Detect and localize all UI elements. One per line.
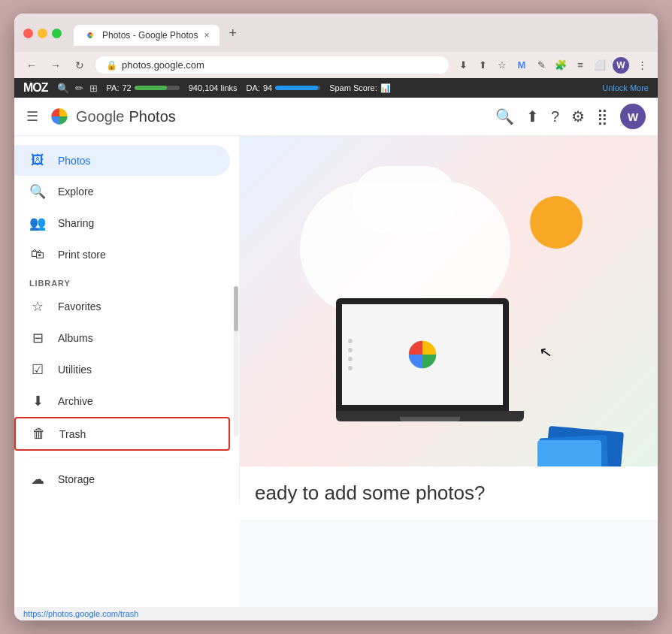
screen-dots (348, 339, 353, 370)
tab-close-button[interactable]: × (204, 30, 209, 41)
moz-unlock-button[interactable]: Unlock More (602, 83, 649, 92)
sidebar-label-favorites: Favorites (58, 300, 101, 312)
sidebar-item-storage[interactable]: ☁ Storage (14, 463, 230, 495)
hero-illustration: ↖ (240, 136, 658, 466)
screen-gp-logo (404, 336, 441, 373)
forward-button[interactable]: → (47, 59, 64, 71)
maximize-button[interactable] (52, 29, 62, 38)
moz-toolbar: MOZ 🔍 ✏ ⊞ PA: 72 940,104 links DA: 94 Sp… (14, 78, 658, 98)
sidebar-divider (29, 457, 224, 457)
moz-search-icon[interactable]: 🔍 (57, 83, 69, 94)
active-tab[interactable]: Photos - Google Photos × (74, 25, 219, 46)
albums-icon: ⊟ (29, 330, 46, 346)
list-icon[interactable]: ≡ (574, 59, 587, 72)
url-text: photos.google.com (122, 59, 438, 71)
moz-spam-stat: Spam Score: 📊 (329, 83, 391, 93)
sidebar-wrapper: 🖼 Photos 🔍 Explore 👥 Sharing 🛍 Print sto… (14, 136, 240, 607)
moz-pa-value: 72 (122, 83, 131, 92)
edit-icon[interactable]: ✎ (534, 59, 548, 72)
moz-pa-label: PA: (107, 83, 120, 92)
apps-icon[interactable]: ⣿ (597, 107, 608, 125)
share-icon[interactable]: ⬆ (476, 59, 489, 72)
status-url: https://photos.google.com/trash (23, 609, 138, 618)
moz-pa-bar (135, 86, 180, 90)
main-layout: 🖼 Photos 🔍 Explore 👥 Sharing 🛍 Print sto… (14, 136, 658, 607)
ready-text: eady to add some photos? (255, 482, 643, 505)
moz-pa-bar-fill (135, 86, 167, 90)
reload-button[interactable]: ↻ (71, 59, 88, 71)
lock-icon: 🔒 (106, 60, 117, 71)
cloud-main (300, 181, 510, 316)
moz-da-value: 94 (263, 83, 272, 92)
more-button[interactable]: ⋮ (635, 59, 649, 72)
address-bar: ← → ↻ 🔒 photos.google.com ⬇ ⬆ ☆ M ✎ 🧩 ≡ … (14, 52, 658, 78)
moz-spam-bars: 📊 (380, 83, 391, 93)
moz-da-bar-fill (275, 86, 317, 90)
print-store-icon: 🛍 (29, 246, 46, 262)
moz-links-label: 940,104 links (189, 83, 238, 92)
google-text: Google (76, 108, 125, 125)
sidebar-label-storage: Storage (58, 473, 95, 485)
tab-icon[interactable]: ⬜ (593, 59, 607, 72)
url-bar[interactable]: 🔒 photos.google.com (95, 56, 449, 74)
library-section-header: LIBRARY (14, 270, 239, 291)
new-tab-button[interactable]: + (221, 21, 244, 46)
back-button[interactable]: ← (23, 59, 40, 71)
moz-da-label: DA: (247, 83, 260, 92)
puzzle-icon[interactable]: 🧩 (554, 59, 568, 72)
moz-logo: MOZ (23, 81, 48, 95)
sidebar-item-explore[interactable]: 🔍 Explore (14, 176, 230, 207)
moz-grid-icon[interactable]: ⊞ (89, 83, 98, 94)
settings-icon[interactable]: ⚙ (571, 107, 585, 125)
sidebar-item-utilities[interactable]: ☑ Utilities (14, 354, 230, 385)
google-photos-logo-icon (47, 104, 71, 128)
sidebar-label-sharing: Sharing (58, 217, 94, 229)
storage-icon: ☁ (29, 471, 46, 488)
status-bar: https://photos.google.com/trash (14, 607, 658, 620)
laptop-base (336, 411, 524, 421)
sidebar-item-favorites[interactable]: ☆ Favorites (14, 291, 230, 322)
sidebar-label-explore: Explore (58, 186, 93, 198)
moz-da-bar (275, 86, 320, 90)
help-icon[interactable]: ? (551, 108, 559, 125)
moz-spam-label: Spam Score: (329, 83, 377, 92)
sidebar-label-utilities: Utilities (58, 364, 92, 376)
sidebar-label-albums: Albums (58, 332, 93, 344)
title-bar: Photos - Google Photos × + (14, 14, 658, 52)
sidebar-label-photos: Photos (58, 155, 91, 167)
sidebar-item-print-store[interactable]: 🛍 Print store (14, 239, 230, 270)
favorites-icon: ☆ (29, 298, 46, 315)
search-icon[interactable]: 🔍 (495, 107, 514, 125)
sidebar-item-trash[interactable]: 🗑 Trash (14, 417, 230, 451)
sidebar-item-albums[interactable]: ⊟ Albums (14, 322, 230, 354)
laptop-screen (336, 298, 509, 411)
scrollbar-thumb[interactable] (234, 286, 238, 331)
app-content: ☰ Google Photos 🔍 ⬆ ? ⚙ ⣿ W (14, 98, 658, 607)
app-name: Photos (129, 108, 176, 125)
sidebar-item-sharing[interactable]: 👥 Sharing (14, 207, 230, 239)
moz-edit-icon[interactable]: ✏ (75, 83, 83, 94)
download-icon[interactable]: ⬇ (456, 59, 470, 72)
moz-tool-icons: 🔍 ✏ ⊞ (57, 83, 98, 94)
tabs-row: Photos - Google Photos × + (74, 21, 244, 46)
moz-m-icon[interactable]: M (515, 59, 528, 72)
scrollbar-track[interactable] (234, 286, 238, 436)
upload-icon[interactable]: ⬆ (526, 107, 539, 125)
blue-card-front (537, 440, 601, 466)
sharing-icon: 👥 (29, 215, 46, 231)
tab-title: Photos - Google Photos (102, 30, 198, 41)
main-content-area: ↖ eady to add some photos? (240, 136, 658, 607)
sidebar-item-archive[interactable]: ⬇ Archive (14, 385, 230, 417)
close-button[interactable] (23, 29, 33, 38)
browser-user-avatar[interactable]: W (613, 57, 629, 74)
user-avatar[interactable]: W (620, 104, 646, 129)
ready-section: eady to add some photos? (240, 466, 658, 520)
star-icon[interactable]: ☆ (495, 59, 509, 72)
app-header: ☰ Google Photos 🔍 ⬆ ? ⚙ ⣿ W (14, 98, 658, 136)
cursor-illustration: ↖ (538, 343, 554, 363)
sidebar-item-photos[interactable]: 🖼 Photos (14, 145, 230, 176)
app-logo: Google Photos (47, 104, 176, 128)
browser-toolbar-icons: ⬇ ⬆ ☆ M ✎ 🧩 ≡ ⬜ W ⋮ (456, 57, 649, 74)
menu-button[interactable]: ☰ (26, 108, 38, 125)
minimize-button[interactable] (38, 29, 47, 38)
